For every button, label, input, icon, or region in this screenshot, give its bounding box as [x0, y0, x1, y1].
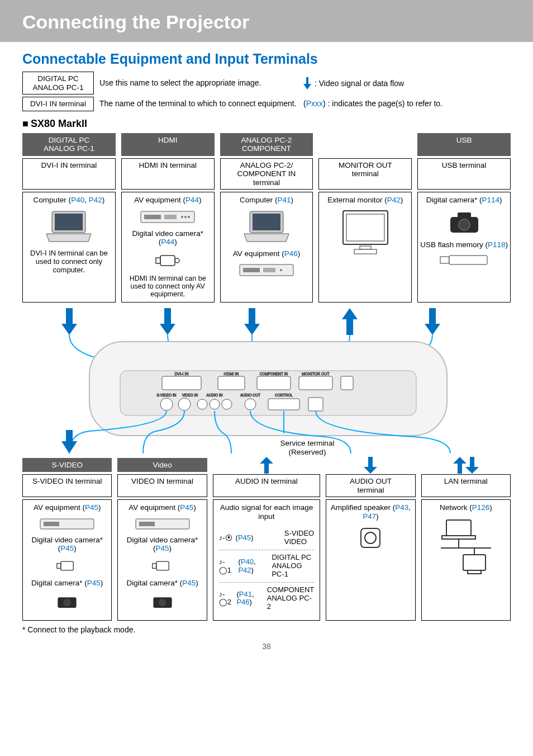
svg-rect-20 — [360, 246, 371, 249]
audio-jack-icon: ♪-◯2 — [219, 590, 234, 607]
dvd-player-icon — [239, 263, 294, 277]
square-bullet-icon: ■ — [22, 118, 28, 130]
equip-text: AV equipment (P44) — [134, 196, 202, 205]
legend-box-1: DIGITAL PC ANALOG PC-1 — [22, 72, 94, 94]
equip-text: External monitor (P42) — [327, 196, 403, 205]
page-link[interactable]: P45 — [238, 533, 251, 542]
dark-cell: DIGITAL PC ANALOG PC-1 — [22, 133, 116, 156]
page-link[interactable]: P45 — [156, 544, 169, 552]
svg-point-47 — [197, 399, 207, 409]
monitor-icon — [337, 208, 393, 258]
equip-box: AV equipment (P45) Digital video camera*… — [117, 499, 207, 621]
page-title: Connecting the Projector — [22, 11, 511, 33]
page-link[interactable]: P44 — [185, 196, 199, 204]
empty-cell — [318, 133, 412, 156]
t: ) — [102, 196, 105, 204]
bottom-equip-row: AV equipment (P45) Digital video camera*… — [22, 499, 511, 621]
page-link[interactable]: P45 — [180, 503, 193, 512]
network-icon — [441, 516, 491, 577]
page-link[interactable]: P42 — [89, 196, 102, 204]
page-link[interactable]: P40 — [71, 196, 84, 204]
legend-box-2: DVI-I IN terminal — [22, 97, 94, 111]
svg-rect-40 — [299, 376, 332, 390]
equip-box: AV equipment (P44) Digital video camera*… — [121, 192, 215, 303]
svg-rect-70 — [152, 564, 156, 569]
model-heading: ■SX80 MarkII — [22, 118, 511, 130]
equip-text: Digital camera* (P45) — [31, 579, 103, 588]
svg-text:VIDEO IN: VIDEO IN — [182, 393, 198, 397]
svg-point-24 — [459, 219, 470, 230]
svg-marker-27 — [61, 308, 77, 335]
top-equip-row: Computer (P40, P42) DVI-I IN terminal ca… — [22, 192, 511, 303]
page-link[interactable]: P43 — [395, 503, 408, 512]
svg-rect-10 — [156, 258, 160, 263]
page-link[interactable]: P40 — [241, 557, 254, 566]
audio-row: ♪-⦿ (P45) S-VIDEO VIDEO — [219, 526, 314, 550]
page-link[interactable]: P41 — [277, 196, 291, 204]
t: (P40, P42) — [238, 558, 268, 575]
t: Digital camera* ( — [126, 579, 182, 587]
t: ) — [169, 544, 172, 552]
svg-point-51 — [245, 399, 256, 410]
dvd-player-icon — [39, 518, 95, 530]
svg-point-72 — [159, 599, 166, 606]
t: (P45) — [236, 534, 254, 542]
equip-box: Amplified speaker (P43, P47) — [326, 499, 415, 621]
page-link[interactable]: P45 — [182, 579, 196, 587]
svg-text:HDMI IN: HDMI IN — [224, 372, 239, 376]
audio-heading: Audio signal for each image input — [216, 503, 317, 521]
legend-desc-1: Use this name to select the appropriate … — [99, 78, 298, 88]
legend-arrow-note: : Video signal or data flow — [303, 77, 463, 89]
page-link[interactable]: P45 — [87, 579, 101, 587]
page-link[interactable]: P46 — [284, 249, 298, 258]
equip-box: AV equipment (P45) Digital video camera*… — [22, 499, 112, 621]
term-cell: DVI-I IN terminal — [22, 158, 116, 190]
t: (P41, P46) — [236, 590, 263, 607]
t: Digital camera* ( — [31, 579, 87, 587]
svg-rect-25 — [440, 257, 449, 263]
svg-point-8 — [188, 216, 190, 218]
equip-text: USB flash memory (P118) — [420, 240, 508, 249]
projector-panel-svg: DVI-I IN HDMI IN COMPONENT IN MONITOR OU… — [22, 308, 511, 453]
t: , — [408, 503, 411, 512]
svg-rect-36 — [218, 376, 245, 390]
term-cell: AUDIO IN terminal — [213, 474, 320, 497]
svg-rect-69 — [156, 561, 169, 570]
page-link[interactable]: P42 — [238, 566, 251, 574]
svg-marker-29 — [244, 308, 260, 335]
page-link[interactable]: P114 — [482, 196, 499, 204]
paren-close: ) : indicates the page(s) to refer to. — [323, 99, 442, 108]
speaker-icon — [356, 524, 384, 552]
svg-text:S-VIDEO IN: S-VIDEO IN — [156, 393, 176, 397]
svg-text:DVI-I IN: DVI-I IN — [175, 372, 189, 376]
page-content: Connectable Equipment and Input Terminal… — [0, 42, 533, 662]
svg-rect-75 — [446, 520, 471, 536]
equip-text: Computer (P40, P42) — [34, 196, 105, 205]
svg-rect-13 — [253, 214, 280, 230]
t: ) — [101, 579, 103, 587]
footnote: * Connect to the playback mode. — [22, 625, 511, 634]
term-cell: USB terminal — [417, 158, 511, 190]
camcorder-icon — [56, 559, 78, 573]
equip-text: Digital camera* (P45) — [126, 579, 198, 588]
page-link[interactable]: P126 — [472, 503, 490, 512]
page-link[interactable]: P45 — [60, 544, 74, 552]
t: ) — [193, 503, 196, 512]
page-link[interactable]: P44 — [161, 238, 174, 246]
page-link[interactable]: P46 — [236, 598, 249, 606]
page-link[interactable]: P42 — [387, 196, 401, 204]
svg-point-45 — [178, 398, 191, 410]
equip-text: Digital video camera* (P45) — [25, 536, 109, 553]
page-link[interactable]: P118 — [488, 240, 506, 249]
page-link[interactable]: P45 — [85, 503, 98, 512]
term-cell: ANALOG PC-2/ COMPONENT IN terminal — [220, 158, 313, 190]
page-link[interactable]: P41 — [239, 590, 252, 598]
dslr-camera-icon — [151, 593, 174, 609]
t: ) — [489, 503, 492, 512]
t: Network ( — [440, 503, 472, 512]
equip-box: Computer (P40, P42) DVI-I IN terminal ca… — [22, 192, 116, 303]
page-link[interactable]: P47 — [363, 512, 376, 521]
t: AV equipment ( — [129, 503, 180, 512]
camcorder-icon — [155, 252, 180, 269]
equip-text: Digital camera* (P114) — [426, 196, 502, 205]
